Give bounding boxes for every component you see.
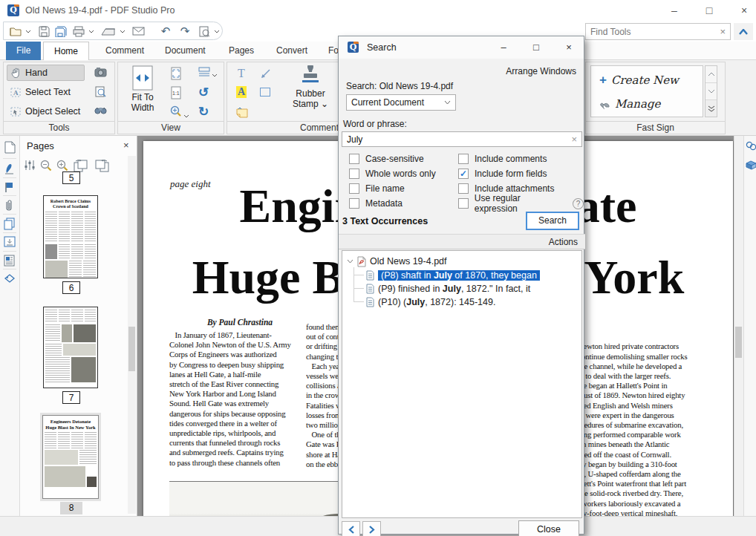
- result-item-selected[interactable]: (P8) shaft in July of 1870, they began: [366, 269, 540, 282]
- result-file-row[interactable]: Old News 19-4.pdf: [347, 255, 447, 268]
- result-item[interactable]: (P9) finished in July, 1872." In fact, i…: [366, 282, 530, 295]
- camera-snapshot-icon[interactable]: [94, 67, 107, 77]
- tab-document[interactable]: Document: [154, 42, 216, 60]
- dialog-maximize-button[interactable]: □: [526, 40, 547, 55]
- rotate-ccw-icon[interactable]: ↺: [198, 85, 209, 100]
- search-button[interactable]: Search: [526, 212, 579, 230]
- linked-documents-panel-icon[interactable]: [746, 141, 756, 154]
- clear-query-icon[interactable]: ×: [571, 134, 577, 145]
- checkbox[interactable]: [349, 198, 359, 209]
- rotate-cw-icon[interactable]: ↻: [198, 104, 209, 120]
- rotate-page-ccw-icon[interactable]: [94, 160, 111, 173]
- help-icon[interactable]: ?: [573, 198, 584, 209]
- dialog-minimize-button[interactable]: –: [493, 40, 514, 55]
- checkbox-checked[interactable]: ✓: [458, 169, 469, 179]
- highlighter-icon[interactable]: A: [236, 86, 247, 98]
- clear-search-icon[interactable]: ×: [720, 26, 726, 37]
- signatures-panel-icon[interactable]: [4, 163, 16, 175]
- window-maximize-button[interactable]: □: [698, 3, 720, 18]
- fit-page-icon[interactable]: [170, 67, 182, 80]
- find-tools-search-input[interactable]: Find Tools ×: [585, 23, 731, 40]
- scan-dropdown-chevron[interactable]: [120, 24, 126, 38]
- search-dialog[interactable]: Q Search – □ × Arrange Windows Search: O…: [338, 36, 584, 535]
- tab-comment[interactable]: Comment: [95, 42, 154, 60]
- previous-result-button[interactable]: [342, 521, 360, 536]
- arrange-windows-link[interactable]: Arrange Windows: [506, 66, 576, 76]
- page-8-thumbnail-selected[interactable]: Engineers Detonate Huge Blast In New Yor…: [42, 415, 99, 499]
- save-as-icon[interactable]: [54, 24, 68, 38]
- rubber-stamp-button[interactable]: Rubber Stamp ⌄: [285, 65, 336, 109]
- tree-expand-icon[interactable]: [347, 259, 353, 264]
- rectangle-tool-icon[interactable]: [260, 88, 270, 97]
- tab-home[interactable]: Home: [43, 42, 89, 60]
- arrow-line-icon[interactable]: [260, 68, 271, 79]
- tab-pages[interactable]: Pages: [218, 42, 264, 60]
- tab-file[interactable]: File: [6, 42, 41, 60]
- scan-icon[interactable]: [100, 24, 117, 38]
- result-item[interactable]: (P10) (July, 1872): 145-149.: [366, 295, 495, 309]
- checkbox[interactable]: [458, 183, 469, 194]
- close-button[interactable]: Close: [518, 520, 579, 536]
- window-minimize-button[interactable]: –: [663, 3, 685, 18]
- option-case-sensitive[interactable]: Case-sensitive: [349, 153, 424, 165]
- pages-panel-scrollbar-thumb[interactable]: [128, 327, 135, 371]
- option-use-regex[interactable]: Use regular expression?: [458, 197, 584, 209]
- destinations-panel-icon[interactable]: [4, 236, 16, 249]
- sticky-note-icon[interactable]: [236, 107, 248, 118]
- thumbnail-options-icon[interactable]: [24, 160, 37, 173]
- zoom-tool-icon[interactable]: [170, 105, 181, 117]
- option-include-form-fields[interactable]: ✓Include form fields: [458, 168, 547, 180]
- document-vertical-scrollbar[interactable]: [734, 136, 743, 516]
- dialog-close-button[interactable]: ×: [558, 40, 579, 55]
- bookmarks-panel-icon[interactable]: [4, 181, 16, 194]
- checkbox[interactable]: [349, 183, 359, 194]
- redo-icon[interactable]: ↷: [178, 24, 192, 38]
- hand-tool-button[interactable]: Hand: [7, 65, 85, 81]
- collapse-ribbon-button[interactable]: [734, 23, 753, 40]
- save-icon[interactable]: [37, 24, 50, 38]
- option-file-name[interactable]: File name: [349, 183, 405, 195]
- search-dialog-titlebar[interactable]: Q Search – □ ×: [339, 36, 584, 59]
- thumbnail-zoom-out-icon[interactable]: [40, 160, 53, 173]
- expand-gallery-button[interactable]: [706, 100, 717, 117]
- document-scrollbar-thumb[interactable]: [735, 327, 742, 358]
- undo-icon[interactable]: ↶: [159, 24, 172, 38]
- option-include-comments[interactable]: Include comments: [458, 153, 547, 165]
- window-close-button[interactable]: ×: [733, 3, 755, 18]
- checkbox[interactable]: [458, 198, 469, 209]
- print-dropdown-chevron[interactable]: [88, 24, 95, 38]
- scroll-down-button[interactable]: [706, 83, 717, 100]
- pages-panel-close-icon[interactable]: ×: [123, 140, 129, 151]
- page-8-number[interactable]: 8: [60, 502, 82, 514]
- checkbox[interactable]: [458, 154, 469, 164]
- option-metadata[interactable]: Metadata: [349, 197, 403, 209]
- scroll-up-button[interactable]: [706, 66, 717, 83]
- fit-to-width-button[interactable]: Fit To Width: [123, 65, 163, 113]
- page-layout-icon[interactable]: [198, 67, 210, 78]
- document-preview-icon[interactable]: [95, 86, 106, 97]
- open-file-icon[interactable]: [9, 24, 22, 38]
- next-result-button[interactable]: [362, 521, 381, 536]
- manage-signatures-button[interactable]: Manage: [596, 96, 664, 112]
- create-new-signature-button[interactable]: + Create New: [596, 72, 682, 88]
- pages-panel-icon[interactable]: [4, 141, 16, 154]
- option-whole-words[interactable]: Whole words only: [349, 168, 436, 180]
- object-select-button[interactable]: Object Select: [7, 103, 90, 120]
- attachments-panel-icon[interactable]: [4, 199, 16, 212]
- scope-dropdown[interactable]: Current Document: [346, 94, 456, 111]
- page-6-thumbnail[interactable]: Robert Bruce Claims Crown of Scotland: [43, 195, 98, 278]
- actual-size-icon[interactable]: 1:1: [170, 86, 182, 99]
- typewriter-text-icon[interactable]: T: [238, 67, 245, 80]
- layers-panel-icon[interactable]: [4, 218, 16, 230]
- layout-dropdown-chevron[interactable]: [212, 68, 218, 82]
- page-7-thumbnail[interactable]: [43, 307, 98, 388]
- actions-link[interactable]: Actions: [549, 237, 578, 247]
- snapshot-icon[interactable]: [198, 24, 211, 38]
- open-dropdown-chevron[interactable]: [25, 24, 32, 38]
- search-query-input[interactable]: July ×: [342, 131, 582, 147]
- tags-panel-icon[interactable]: [4, 272, 16, 285]
- checkbox[interactable]: [349, 169, 359, 179]
- page-5-number[interactable]: 5: [62, 171, 80, 184]
- binoculars-search-icon[interactable]: [94, 105, 107, 114]
- page-6-number[interactable]: 6: [62, 281, 80, 294]
